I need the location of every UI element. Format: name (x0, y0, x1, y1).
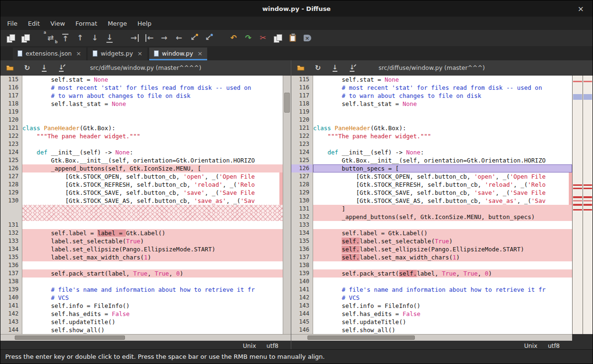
undo-icon[interactable]: ↶ (226, 31, 241, 45)
code-line[interactable]: label.set_ellipsize(Pango.EllipsizeMode.… (22, 245, 283, 253)
code-line[interactable]: # most recent 'stat' for files read from… (22, 84, 283, 92)
code-line[interactable] (22, 116, 283, 124)
next-difference-icon[interactable]: ↓ (87, 31, 102, 45)
code-line[interactable]: label.set_max_width_chars(1) (22, 253, 283, 261)
code-line[interactable] (22, 205, 283, 213)
code-line[interactable]: [Gtk.STOCK_OPEN, self.button_cb, 'open',… (313, 172, 572, 181)
code-line[interactable]: self.last_stat = None (313, 100, 572, 108)
code-line[interactable]: """The pane header widget.""" (22, 132, 283, 140)
code-line[interactable] (313, 140, 572, 148)
code-line[interactable]: self.pack_start(label, True, True, 0) (22, 269, 283, 278)
right-file-map[interactable] (583, 76, 593, 334)
save-file-as-icon[interactable]: ↓ (56, 63, 67, 73)
first-difference-icon[interactable]: ↑ (58, 31, 73, 45)
open-file-icon[interactable] (4, 63, 16, 73)
code-line[interactable]: self.updateTitle() (22, 318, 283, 326)
code-line[interactable]: _append_buttons(self, Gtk.IconSize.MENU,… (22, 164, 283, 172)
code-line[interactable]: # VCS (313, 294, 572, 302)
open-file-icon[interactable] (295, 63, 306, 73)
code-line[interactable]: class PaneHeader(Gtk.Box): (313, 124, 572, 132)
copy-selection-left-icon[interactable]: ← (142, 31, 157, 45)
code-line[interactable]: self.stat = None (313, 76, 572, 84)
code-line[interactable] (313, 221, 572, 229)
code-line[interactable]: button_specs = [ (313, 164, 572, 172)
code-line[interactable]: # to warn about changes to file on disk (22, 92, 283, 100)
left-horizontal-scrollbar[interactable] (0, 334, 291, 341)
tab-close-button[interactable]: × (137, 50, 143, 57)
code-line[interactable]: self.show_all() (22, 326, 283, 334)
save-file-icon[interactable]: ↓ (329, 63, 341, 73)
last-difference-icon[interactable]: ↓ (102, 31, 117, 45)
code-line[interactable]: Gtk.Box.__init__(self, orientation=Gtk.O… (313, 156, 572, 164)
code-line[interactable]: label.set_selectable(True) (22, 237, 283, 245)
code-line[interactable]: self.info = FileInfo() (22, 302, 283, 310)
new-2way-file-merge-icon[interactable] (3, 31, 18, 45)
tab-extensions.json[interactable]: extensions.json× (13, 48, 86, 60)
code-line[interactable] (22, 278, 283, 286)
merge-from-right-then-left-icon[interactable]: ↙ (201, 31, 216, 45)
clear-edits-icon[interactable]: × (300, 31, 315, 45)
left-code-pane[interactable]: self.stat = None # most recent 'stat' fo… (22, 76, 283, 334)
code-line[interactable]: _append_buttons(self, Gtk.IconSize.MENU,… (313, 213, 572, 221)
right-horizontal-scrollbar[interactable] (291, 334, 572, 341)
code-line[interactable] (313, 108, 572, 116)
copy-right-into-selection-icon[interactable]: ← (172, 31, 186, 45)
code-line[interactable]: [Gtk.STOCK_OPEN, self.button_cb, 'open',… (22, 172, 283, 181)
left-vertical-scrollbar-thumb[interactable] (284, 93, 290, 113)
code-line[interactable]: self.stat = None (22, 76, 283, 84)
left-horizontal-scrollbar-thumb[interactable] (15, 335, 125, 340)
save-file-icon[interactable]: ↓ (38, 63, 50, 73)
code-line[interactable]: [Gtk.STOCK_SAVE, self.button_cb, 'save',… (313, 189, 572, 197)
tab-close-button[interactable]: × (76, 50, 81, 57)
previous-difference-icon[interactable]: ↑ (73, 31, 87, 45)
code-line[interactable]: ] (313, 205, 572, 213)
code-line[interactable] (22, 261, 283, 269)
code-line[interactable]: self.last_stat = None (22, 100, 283, 108)
merge-from-left-then-right-icon[interactable]: ↙ (186, 31, 201, 45)
copy-selection-right-icon[interactable]: → (127, 31, 142, 45)
code-line[interactable]: [Gtk.STOCK_SAVE, self.button_cb, 'save',… (22, 189, 283, 197)
code-line[interactable]: def __init__(self) -> None: (22, 148, 283, 156)
code-line[interactable]: [Gtk.STOCK_SAVE_AS, self.button_cb, 'sav… (22, 197, 283, 205)
copy-icon[interactable] (270, 31, 285, 45)
code-line[interactable]: self.updateTitle() (313, 318, 572, 326)
left-file-map[interactable] (572, 76, 582, 334)
redo-icon[interactable]: ↷ (241, 31, 256, 45)
code-line[interactable]: # file's name and information about how … (22, 286, 283, 294)
menu-merge[interactable]: Merge (103, 18, 132, 29)
save-file-as-icon[interactable]: ↓ (346, 63, 358, 73)
code-line[interactable]: self.label.set_max_width_chars(1) (313, 253, 572, 261)
tab-close-button[interactable]: × (197, 50, 202, 57)
code-line[interactable] (313, 278, 572, 286)
code-line[interactable]: self.label.set_selectable(True) (313, 237, 572, 245)
code-line[interactable] (22, 140, 283, 148)
code-line[interactable] (313, 261, 572, 269)
code-line[interactable]: [Gtk.STOCK_SAVE_AS, self.button_cb, 'sav… (313, 197, 572, 205)
menu-format[interactable]: Format (71, 18, 102, 29)
tab-window.py[interactable]: window.py× (149, 48, 208, 60)
code-line[interactable]: Gtk.Box.__init__(self, orientation=Gtk.O… (22, 156, 283, 164)
new-3way-file-merge-icon[interactable] (18, 31, 33, 45)
code-line[interactable]: [Gtk.STOCK_REFRESH, self.button_cb, 'rel… (22, 181, 283, 189)
right-code-pane[interactable]: self.stat = None # most recent 'stat' fo… (313, 76, 572, 334)
code-line[interactable]: # to warn about changes to file on disk (313, 92, 572, 100)
code-line[interactable]: self.has_edits = False (22, 310, 283, 318)
reload-file-icon[interactable]: ↻ (21, 63, 33, 73)
code-line[interactable]: def __init__(self) -> None: (313, 148, 572, 156)
code-line[interactable]: self.has_edits = False (313, 310, 572, 318)
code-line[interactable]: # file's name and information about how … (313, 286, 572, 294)
code-line[interactable]: self.label.set_ellipsize(Pango.Ellipsize… (313, 245, 572, 253)
code-line[interactable]: # VCS (22, 294, 283, 302)
code-line[interactable]: self.info = FileInfo() (313, 302, 572, 310)
code-line[interactable] (22, 108, 283, 116)
code-line[interactable]: """The pane header widget.""" (313, 132, 572, 140)
code-line[interactable]: self.label = label = Gtk.Label() (22, 229, 283, 237)
cut-icon[interactable]: ✂ (256, 31, 270, 45)
right-horizontal-scrollbar-thumb[interactable] (307, 335, 415, 340)
paste-icon[interactable] (285, 31, 300, 45)
menu-file[interactable]: File (2, 18, 22, 29)
menu-edit[interactable]: Edit (23, 18, 45, 29)
code-line[interactable]: self.pack_start(self.label, True, True, … (313, 269, 572, 278)
code-line[interactable]: [Gtk.STOCK_REFRESH, self.button_cb, 'rel… (313, 181, 572, 189)
code-line[interactable]: class PaneHeader(Gtk.Box): (22, 124, 283, 132)
